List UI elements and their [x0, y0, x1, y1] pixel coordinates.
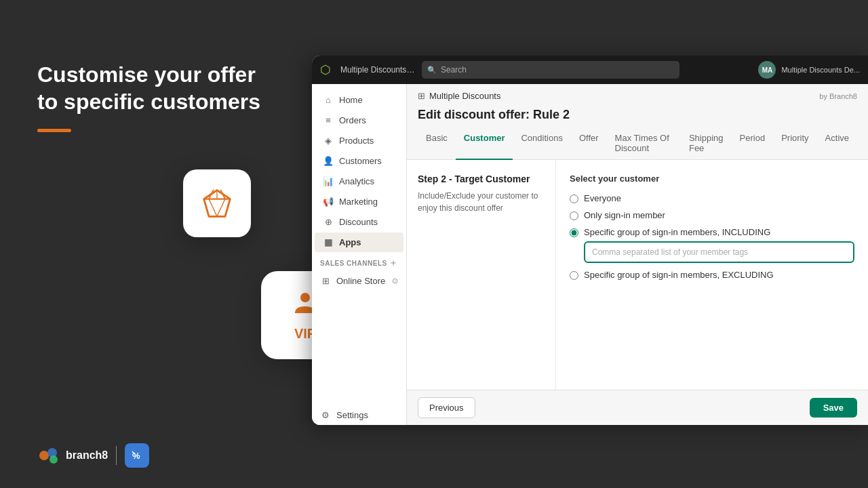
step-desc: Include/Exclude your customer to enjoy t…: [418, 190, 545, 214]
settings-icon: ⚙: [320, 410, 331, 420]
radio-only-signin: Only sign-in member: [570, 210, 854, 220]
tab-conditions[interactable]: Conditions: [513, 127, 570, 160]
search-text: Search: [441, 65, 467, 75]
brand-divider: [116, 446, 117, 465]
branch8-text: branch8: [66, 449, 108, 462]
radio-everyone: Everyone: [570, 193, 854, 203]
radio-everyone-input[interactable]: [570, 195, 578, 203]
radio-only-signin-label: Only sign-in member: [584, 210, 665, 220]
sidebar: ⌂ Home ≡ Orders ◈ Products 👤 Customers 📊…: [312, 84, 407, 425]
branch8-logo-icon: [37, 443, 62, 468]
sidebar-item-apps-label: Apps: [339, 237, 361, 247]
form-description: Step 2 - Target Customer Include/Exclude…: [407, 160, 556, 390]
member-tags-input[interactable]: [584, 241, 854, 263]
headline: Customise your offerto specific customer…: [37, 61, 295, 115]
customers-icon: 👤: [323, 156, 334, 166]
radio-specific-excluding-input[interactable]: [570, 271, 578, 280]
radio-specific-excluding: Specific group of sign-in members, EXCLU…: [570, 270, 854, 280]
sidebar-item-discounts-label: Discounts: [339, 217, 378, 227]
breadcrumb-icon: ⊞: [418, 91, 425, 101]
by-branch8: by Branch8: [819, 92, 857, 100]
top-bar: ⬡ Multiple Discounts De... 🔍 Search MA M…: [312, 56, 868, 84]
form-footer: Previous Save: [407, 390, 868, 425]
card-diamond: [183, 169, 251, 237]
tab-active[interactable]: Active: [817, 127, 857, 160]
sidebar-item-products[interactable]: ◈ Products: [315, 131, 403, 150]
shopify-logo-icon: ⬡: [320, 62, 331, 77]
sidebar-item-orders-label: Orders: [339, 115, 366, 125]
account-avatar[interactable]: MA: [758, 61, 776, 79]
sidebar-item-apps[interactable]: ▦ Apps: [315, 232, 403, 252]
sidebar-item-products-label: Products: [339, 136, 374, 146]
customer-section-title: Select your customer: [570, 174, 854, 184]
orders-icon: ≡: [323, 115, 334, 125]
svg-point-5: [300, 293, 310, 302]
breadcrumb-text: Multiple Discounts: [429, 91, 501, 101]
sidebar-item-marketing[interactable]: 📢 Marketing: [315, 192, 403, 211]
svg-point-11: [39, 451, 49, 460]
search-bar[interactable]: 🔍 Search: [422, 61, 679, 79]
form-right: Select your customer Everyone Only sign-…: [556, 160, 868, 390]
search-icon: 🔍: [427, 66, 437, 75]
step-title: Step 2 - Target Customer: [418, 174, 545, 184]
radio-specific-including-label: Specific group of sign-in members, INCLU…: [584, 227, 770, 237]
sidebar-item-marketing-label: Marketing: [339, 197, 378, 207]
tab-max-times[interactable]: Max Times Of Discount: [607, 127, 681, 160]
tab-priority[interactable]: Priority: [773, 127, 816, 160]
tab-shipping-fee[interactable]: Shipping Fee: [681, 127, 732, 160]
bottom-brand: branch8 %: [37, 443, 149, 468]
store-name: Multiple Discounts De...: [340, 65, 415, 75]
main-layout: ⌂ Home ≡ Orders ◈ Products 👤 Customers 📊…: [312, 84, 868, 425]
tab-customer[interactable]: Customer: [456, 127, 513, 160]
radio-everyone-label: Everyone: [584, 193, 621, 203]
branch8-logo: branch8: [37, 443, 108, 468]
add-channel-icon[interactable]: ＋: [389, 257, 398, 269]
shopify-window: ⬡ Multiple Discounts De... 🔍 Search MA M…: [312, 56, 868, 425]
online-store-left: ⊞ Online Store: [320, 276, 385, 286]
marketing-icon: 📢: [323, 197, 334, 207]
sales-channels-section: SALES CHANNELS ＋: [312, 253, 406, 271]
tab-offer[interactable]: Offer: [571, 127, 607, 160]
account-section: MA Multiple Discounts De...: [758, 61, 860, 79]
sidebar-item-analytics-label: Analytics: [339, 176, 374, 186]
sidebar-item-home[interactable]: ⌂ Home: [315, 90, 403, 110]
online-store-expand-icon[interactable]: ⊙: [392, 277, 398, 285]
radio-specific-including: Specific group of sign-in members, INCLU…: [570, 227, 854, 263]
tab-basic[interactable]: Basic: [418, 127, 456, 160]
save-button[interactable]: Save: [810, 398, 857, 418]
account-name: Multiple Discounts De...: [781, 66, 860, 74]
svg-line-2: [209, 199, 217, 217]
sidebar-item-home-label: Home: [339, 95, 363, 105]
sidebar-item-settings[interactable]: ⚙ Settings: [312, 405, 407, 425]
tabs-bar: Basic Customer Conditions Offer Max Time…: [407, 127, 868, 160]
sales-channels-label: SALES CHANNELS: [320, 260, 387, 267]
content-area: ⊞ Multiple Discounts by Branch8 Edit dis…: [407, 84, 868, 425]
sidebar-item-orders[interactable]: ≡ Orders: [315, 110, 403, 130]
svg-point-13: [50, 455, 58, 464]
apps-icon: ▦: [323, 237, 334, 247]
radio-only-signin-input[interactable]: [570, 211, 578, 220]
sidebar-item-online-store[interactable]: ⊞ Online Store ⊙: [312, 271, 406, 291]
orange-bar: [37, 129, 71, 132]
form-area: Step 2 - Target Customer Include/Exclude…: [407, 160, 868, 390]
products-icon: ◈: [323, 136, 334, 146]
tab-period[interactable]: Period: [732, 127, 774, 160]
discount-app-icon: %: [125, 443, 149, 468]
discounts-icon: ⊕: [323, 217, 334, 227]
page-title: Edit discount offer: Rule 2: [418, 108, 857, 122]
home-icon: ⌂: [323, 95, 334, 105]
analytics-icon: 📊: [323, 176, 334, 186]
breadcrumb: ⊞ Multiple Discounts by Branch8: [407, 84, 868, 105]
sidebar-item-discounts[interactable]: ⊕ Discounts: [315, 212, 403, 232]
radio-specific-excluding-label: Specific group of sign-in members, EXCLU…: [584, 270, 774, 280]
online-store-label: Online Store: [336, 276, 385, 286]
svg-line-3: [217, 199, 225, 217]
radio-group: Everyone Only sign-in member Specific gr…: [570, 193, 854, 280]
online-store-icon: ⊞: [320, 276, 331, 286]
sidebar-item-customers[interactable]: 👤 Customers: [315, 151, 403, 171]
sidebar-item-analytics[interactable]: 📊 Analytics: [315, 171, 403, 191]
page-header: Edit discount offer: Rule 2: [407, 105, 868, 127]
radio-specific-including-input[interactable]: [570, 228, 578, 237]
previous-button[interactable]: Previous: [418, 397, 475, 418]
left-panel: Customise your offerto specific customer…: [37, 61, 295, 159]
